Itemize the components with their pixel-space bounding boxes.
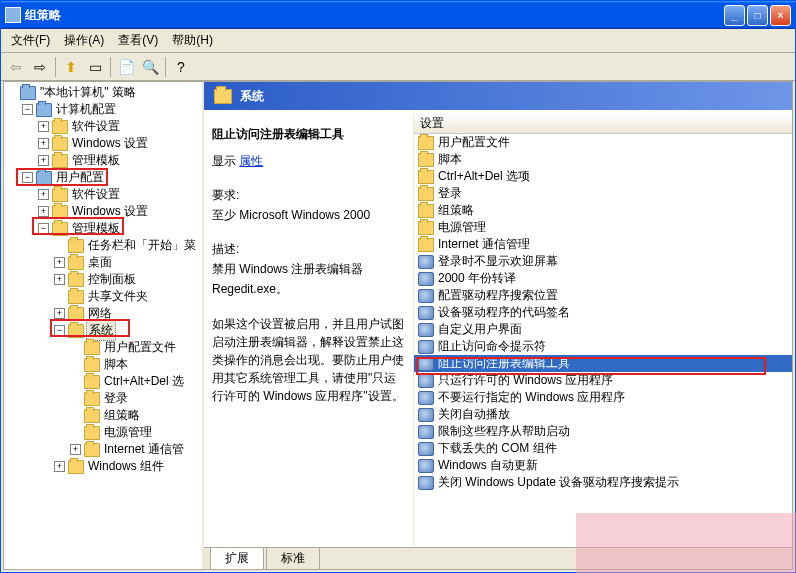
tab-standard[interactable]: 标准 xyxy=(266,547,320,569)
list-item-setting[interactable]: 设备驱动程序的代码签名 xyxy=(414,304,792,321)
tree-system[interactable]: −系统 xyxy=(6,322,200,339)
folder-icon xyxy=(84,443,100,457)
tree-software-settings[interactable]: +软件设置 xyxy=(6,118,200,135)
help-button[interactable]: ? xyxy=(170,56,192,78)
tree-software-settings[interactable]: +软件设置 xyxy=(6,186,200,203)
watermark xyxy=(576,513,796,573)
titlebar[interactable]: 组策略 _ □ × xyxy=(1,1,795,29)
collapse-icon[interactable]: − xyxy=(22,104,33,115)
tree-scripts[interactable]: 脚本 xyxy=(6,356,200,373)
minimize-button[interactable]: _ xyxy=(724,5,745,26)
expand-icon[interactable]: + xyxy=(54,308,65,319)
folder-icon xyxy=(68,290,84,304)
list-item-setting[interactable]: 关闭自动播放 xyxy=(414,406,792,423)
menu-help[interactable]: 帮助(H) xyxy=(166,30,219,51)
menu-file[interactable]: 文件(F) xyxy=(5,30,56,51)
tree-pane[interactable]: "本地计算机" 策略 −计算机配置 +软件设置 +Windows 设置 +管理模… xyxy=(4,82,204,569)
tree-root[interactable]: "本地计算机" 策略 xyxy=(6,84,200,101)
up-button[interactable]: ⬆ xyxy=(60,56,82,78)
list-item-setting[interactable]: 配置驱动程序搜索位置 xyxy=(414,287,792,304)
folder-icon xyxy=(68,307,84,321)
toolbar: ⇦ ⇨ ⬆ ▭ 📄 🔍 ? xyxy=(1,53,795,81)
properties-link[interactable]: 属性 xyxy=(239,154,263,168)
right-body: 阻止访问注册表编辑工具 显示 属性 要求: 至少 Microsoft Windo… xyxy=(204,110,792,547)
list-item-setting[interactable]: 登录时不显示欢迎屏幕 xyxy=(414,253,792,270)
tree-ctrl-alt-del[interactable]: Ctrl+Alt+Del 选 xyxy=(6,373,200,390)
filter-button[interactable]: 🔍 xyxy=(139,56,161,78)
folder-icon xyxy=(84,409,100,423)
setting-icon xyxy=(418,374,434,388)
list-item-label: 关闭自动播放 xyxy=(438,406,510,423)
menu-view[interactable]: 查看(V) xyxy=(112,30,164,51)
list-column-header[interactable]: 设置 xyxy=(414,114,792,134)
folder-icon xyxy=(84,358,100,372)
list-item-folder[interactable]: Ctrl+Alt+Del 选项 xyxy=(414,168,792,185)
list-item-folder[interactable]: 登录 xyxy=(414,185,792,202)
list-item-setting[interactable]: 只运行许可的 Windows 应用程序 xyxy=(414,372,792,389)
list-item-setting[interactable]: 阻止访问命令提示符 xyxy=(414,338,792,355)
tree-taskbar-start[interactable]: 任务栏和「开始」菜 xyxy=(6,237,200,254)
tree-windows-components[interactable]: +Windows 组件 xyxy=(6,458,200,475)
list-item-setting[interactable]: 自定义用户界面 xyxy=(414,321,792,338)
tree-user-profiles[interactable]: 用户配置文件 xyxy=(6,339,200,356)
desc-paragraph: 如果这个设置被启用，并且用户试图启动注册表编辑器，解释设置禁止这类操作的消息会出… xyxy=(212,315,405,405)
menubar: 文件(F) 操作(A) 查看(V) 帮助(H) xyxy=(1,29,795,53)
forward-button[interactable]: ⇨ xyxy=(29,56,51,78)
properties-button[interactable]: ▭ xyxy=(84,56,106,78)
folder-icon xyxy=(68,460,84,474)
expand-icon[interactable]: + xyxy=(54,274,65,285)
tree-desktop[interactable]: +桌面 xyxy=(6,254,200,271)
list-item-folder[interactable]: 脚本 xyxy=(414,151,792,168)
folder-icon xyxy=(418,238,434,252)
collapse-icon[interactable]: − xyxy=(54,325,65,336)
list-item-folder[interactable]: 组策略 xyxy=(414,202,792,219)
expand-icon[interactable]: + xyxy=(38,155,49,166)
folder-icon xyxy=(36,171,52,185)
expand-icon[interactable]: + xyxy=(38,138,49,149)
list-item-folder[interactable]: Internet 通信管理 xyxy=(414,236,792,253)
tree-user-config[interactable]: −用户配置 xyxy=(6,169,200,186)
collapse-icon[interactable]: − xyxy=(22,172,33,183)
setting-icon xyxy=(418,357,434,371)
expand-icon[interactable]: + xyxy=(38,206,49,217)
tree-admin-templates[interactable]: −管理模板 xyxy=(6,220,200,237)
tree-group-policy[interactable]: 组策略 xyxy=(6,407,200,424)
expand-icon[interactable]: + xyxy=(54,257,65,268)
folder-icon xyxy=(418,153,434,167)
tree-computer-config[interactable]: −计算机配置 xyxy=(6,101,200,118)
tree-windows-settings[interactable]: +Windows 设置 xyxy=(6,203,200,220)
expand-icon[interactable]: + xyxy=(38,121,49,132)
close-button[interactable]: × xyxy=(770,5,791,26)
detail-pane: 阻止访问注册表编辑工具 显示 属性 要求: 至少 Microsoft Windo… xyxy=(204,114,414,547)
list-item-setting[interactable]: 限制这些程序从帮助启动 xyxy=(414,423,792,440)
list-item-folder[interactable]: 电源管理 xyxy=(414,219,792,236)
list-item-label: 自定义用户界面 xyxy=(438,321,522,338)
tree-control-panel[interactable]: +控制面板 xyxy=(6,271,200,288)
tree-shared-folders[interactable]: 共享文件夹 xyxy=(6,288,200,305)
expand-icon[interactable]: + xyxy=(54,461,65,472)
list-item-setting[interactable]: 下载丢失的 COM 组件 xyxy=(414,440,792,457)
expand-icon[interactable]: + xyxy=(70,444,81,455)
list-pane[interactable]: 设置 用户配置文件脚本Ctrl+Alt+Del 选项登录组策略电源管理Inter… xyxy=(414,114,792,547)
tree-windows-settings[interactable]: +Windows 设置 xyxy=(6,135,200,152)
expand-icon[interactable]: + xyxy=(38,189,49,200)
maximize-button[interactable]: □ xyxy=(747,5,768,26)
list-item-setting[interactable]: 2000 年份转译 xyxy=(414,270,792,287)
tree-internet-comm[interactable]: +Internet 通信管 xyxy=(6,441,200,458)
right-header-title: 系统 xyxy=(240,88,264,105)
tree-admin-templates[interactable]: +管理模板 xyxy=(6,152,200,169)
tab-extended[interactable]: 扩展 xyxy=(210,547,264,569)
toolbar-separator xyxy=(55,57,56,77)
list-item-setting[interactable]: 阻止访问注册表编辑工具 xyxy=(414,355,792,372)
tree-logon[interactable]: 登录 xyxy=(6,390,200,407)
folder-icon xyxy=(84,375,100,389)
menu-action[interactable]: 操作(A) xyxy=(58,30,110,51)
tree-power-mgmt[interactable]: 电源管理 xyxy=(6,424,200,441)
list-item-setting[interactable]: 不要运行指定的 Windows 应用程序 xyxy=(414,389,792,406)
collapse-icon[interactable]: − xyxy=(38,223,49,234)
list-item-label: 设备驱动程序的代码签名 xyxy=(438,304,570,321)
list-item-setting[interactable]: 关闭 Windows Update 设备驱动程序搜索提示 xyxy=(414,474,792,491)
list-item-folder[interactable]: 用户配置文件 xyxy=(414,134,792,151)
list-item-setting[interactable]: Windows 自动更新 xyxy=(414,457,792,474)
export-button[interactable]: 📄 xyxy=(115,56,137,78)
